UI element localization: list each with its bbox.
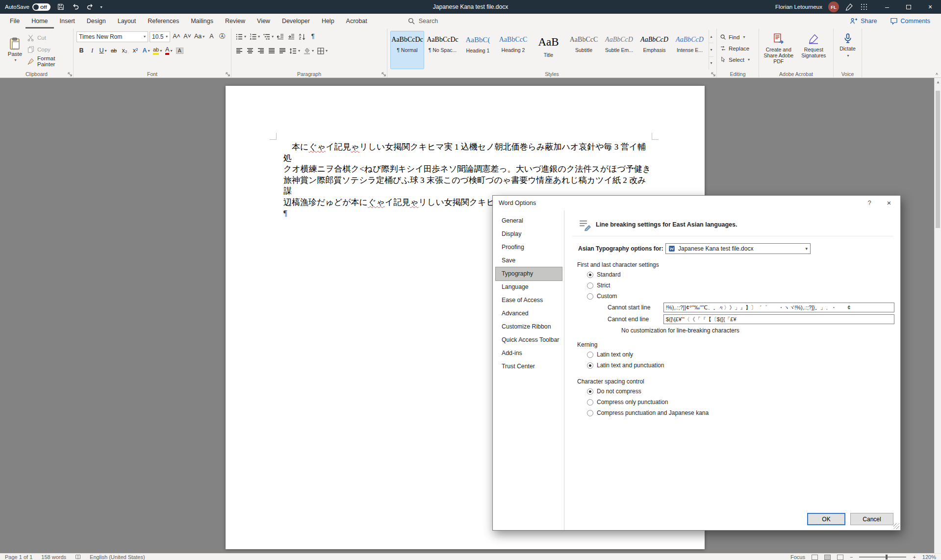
- minimize-button[interactable]: –: [876, 0, 898, 14]
- clear-formatting-button[interactable]: A: [206, 31, 216, 42]
- find-button[interactable]: Find▾: [720, 32, 756, 42]
- font-color-button[interactable]: A▾: [164, 46, 174, 56]
- ribbon-display-options-icon[interactable]: [860, 2, 868, 11]
- request-signatures-button[interactable]: Request Signatures: [797, 30, 831, 70]
- create-share-pdf-button[interactable]: Create and Share Adobe PDF: [762, 30, 795, 70]
- save-button[interactable]: [56, 2, 65, 11]
- align-left-button[interactable]: [234, 46, 244, 56]
- radio-compress-punctuation-and-japanese-kana[interactable]: Compress punctuation and Japanese kana: [587, 407, 894, 418]
- radio-latin-text-only[interactable]: Latin text only: [587, 349, 894, 360]
- paste-button[interactable]: Paste▾: [3, 30, 27, 70]
- ribbon-tab-view[interactable]: View: [251, 14, 276, 28]
- ribbon-tab-references[interactable]: References: [142, 14, 185, 28]
- style-subtle-em[interactable]: AaBbCcD Subtle Em...: [602, 31, 636, 69]
- subscript-button[interactable]: x₂: [120, 46, 129, 56]
- paragraph-dialog-launcher[interactable]: [380, 71, 386, 76]
- zoom-out-button[interactable]: −: [850, 554, 853, 560]
- word-count[interactable]: 158 words: [41, 554, 66, 560]
- decrease-indent-button[interactable]: [276, 31, 285, 42]
- avatar[interactable]: FL: [828, 1, 839, 12]
- clipboard-dialog-launcher[interactable]: [66, 71, 72, 76]
- underline-button[interactable]: U▾: [98, 46, 108, 56]
- close-button[interactable]: ×: [919, 0, 941, 14]
- dialog-title-bar[interactable]: Word Options ? ×: [493, 196, 900, 210]
- radio-do-not-compress[interactable]: Do not compress: [587, 386, 894, 397]
- numbering-button[interactable]: ▾: [248, 31, 261, 42]
- ribbon-tab-insert[interactable]: Insert: [54, 14, 81, 28]
- read-mode-button[interactable]: [812, 555, 818, 560]
- style-no-spac[interactable]: AaBbCcDc ¶ No Spac...: [426, 31, 459, 69]
- font-size-combo[interactable]: 10.5▾: [150, 31, 170, 42]
- web-layout-button[interactable]: [837, 555, 843, 560]
- dialog-help-button[interactable]: ?: [861, 196, 878, 210]
- ribbon-tab-help[interactable]: Help: [316, 14, 340, 28]
- multilevel-list-button[interactable]: ▾: [262, 31, 275, 42]
- search-box[interactable]: Search: [407, 17, 438, 25]
- dialog-resize-grip[interactable]: [893, 523, 899, 529]
- autosave-toggle[interactable]: AutoSave Off: [5, 3, 51, 11]
- styles-scroll-down-button[interactable]: ▾: [709, 43, 713, 56]
- options-nav-typography[interactable]: Typography: [496, 267, 562, 280]
- style-subtitle[interactable]: AaBbCcC Subtitle: [567, 31, 601, 69]
- strikethrough-button[interactable]: ab: [109, 46, 119, 56]
- options-nav-display[interactable]: Display: [496, 228, 562, 241]
- vertical-scrollbar[interactable]: ▲: [934, 78, 941, 553]
- radio-latin-text-and-punctuation[interactable]: Latin text and punctuation: [587, 360, 894, 371]
- options-nav-general[interactable]: General: [496, 214, 562, 228]
- zoom-slider[interactable]: [859, 557, 906, 558]
- styles-more-button[interactable]: ▾: [709, 57, 713, 70]
- align-right-button[interactable]: [256, 46, 266, 56]
- redo-button[interactable]: [86, 2, 95, 11]
- dictate-button[interactable]: Dictate ▾: [837, 30, 859, 70]
- style-normal[interactable]: AaBbCcDc ¶ Normal: [390, 31, 424, 69]
- style-title[interactable]: AaB Title: [532, 31, 565, 69]
- ribbon-tab-mailings[interactable]: Mailings: [185, 14, 219, 28]
- zoom-in-button[interactable]: +: [913, 554, 916, 560]
- character-border-button[interactable]: Ⓐ: [217, 31, 227, 42]
- zoom-slider-thumb[interactable]: [886, 555, 888, 560]
- ribbon-tab-developer[interactable]: Developer: [276, 14, 316, 28]
- radio-standard[interactable]: Standard: [587, 269, 894, 280]
- cancel-button[interactable]: Cancel: [850, 513, 893, 525]
- distributed-button[interactable]: [278, 46, 287, 56]
- font-name-combo[interactable]: Times New Rom▾: [76, 31, 148, 42]
- character-shading-button[interactable]: A: [175, 46, 184, 56]
- ribbon-tab-acrobat[interactable]: Acrobat: [340, 14, 373, 28]
- ribbon-tab-home[interactable]: Home: [25, 14, 53, 28]
- font-dialog-launcher[interactable]: [224, 71, 230, 76]
- styles-scroll-up-button[interactable]: ▴: [709, 30, 713, 43]
- undo-button[interactable]: [71, 2, 80, 11]
- options-nav-customize-ribbon[interactable]: Customize Ribbon: [496, 320, 562, 333]
- borders-button[interactable]: ▾: [316, 46, 329, 56]
- options-nav-ease-of-access[interactable]: Ease of Access: [496, 294, 562, 307]
- text-effects-button[interactable]: A▾: [141, 46, 151, 56]
- dialog-close-button[interactable]: ×: [880, 196, 898, 210]
- focus-mode-button[interactable]: Focus: [790, 554, 805, 560]
- options-nav-quick-access-toolbar[interactable]: Quick Access Toolbar: [496, 333, 562, 347]
- justify-button[interactable]: [267, 46, 277, 56]
- radio-strict[interactable]: Strict: [587, 280, 894, 291]
- scroll-up-icon[interactable]: ▲: [935, 80, 941, 84]
- maximize-button[interactable]: [898, 0, 919, 14]
- cut-button[interactable]: Cut: [27, 33, 70, 43]
- options-nav-language[interactable]: Language: [496, 280, 562, 294]
- change-case-button[interactable]: Aa▾: [193, 31, 205, 42]
- copy-button[interactable]: Copy: [27, 45, 70, 54]
- style-intense-e[interactable]: AaBbCcD Intense E...: [673, 31, 707, 69]
- share-button[interactable]: Share: [850, 17, 877, 25]
- scrollbar-thumb[interactable]: [936, 91, 940, 228]
- superscript-button[interactable]: x²: [130, 46, 140, 56]
- document-selector-combo[interactable]: Japanese Kana test file.docx ▾: [665, 243, 811, 254]
- collapse-ribbon-button[interactable]: ˄: [936, 72, 938, 76]
- text-highlight-color-button[interactable]: ab▾: [152, 46, 163, 56]
- ribbon-tab-review[interactable]: Review: [219, 14, 251, 28]
- style-heading-2[interactable]: AaBbCcC Heading 2: [496, 31, 530, 69]
- ink-pen-icon[interactable]: [845, 2, 854, 11]
- radio-compress-only-punctuation[interactable]: Compress only punctuation: [587, 397, 894, 407]
- zoom-level[interactable]: 120%: [922, 554, 936, 560]
- style-emphasis[interactable]: AaBbCcD Emphasis: [637, 31, 671, 69]
- italic-button[interactable]: I: [87, 46, 97, 56]
- bold-button[interactable]: B: [76, 46, 86, 56]
- select-button[interactable]: Select▾: [720, 55, 756, 64]
- style-heading-1[interactable]: AaBbC( Heading 1: [461, 31, 495, 69]
